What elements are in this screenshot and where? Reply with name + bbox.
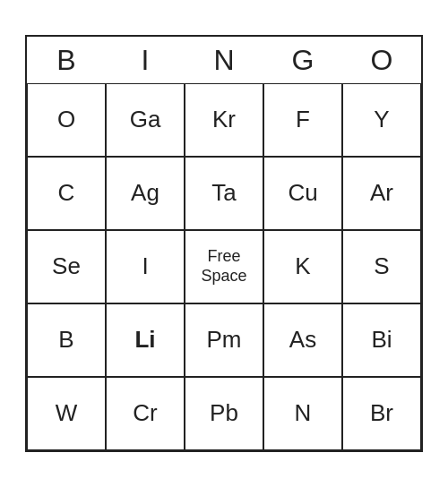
bingo-cell-2-3: K: [263, 230, 342, 303]
header-letter-N: N: [185, 37, 263, 83]
bingo-cell-2-2: FreeSpace: [185, 230, 263, 303]
bingo-cell-0-2: Kr: [185, 83, 263, 157]
bingo-card: BINGO OGaKrFYCAgTaCuArSeIFreeSpaceKSBLiP…: [25, 35, 423, 452]
bingo-cell-3-1: Li: [106, 303, 185, 377]
bingo-cell-0-1: Ga: [106, 83, 185, 157]
bingo-cell-1-2: Ta: [185, 157, 263, 230]
bingo-cell-3-4: Bi: [342, 303, 421, 377]
bingo-cell-3-2: Pm: [185, 303, 263, 377]
bingo-cell-1-3: Cu: [263, 157, 342, 230]
bingo-row-3: BLiPmAsBi: [27, 303, 421, 377]
bingo-grid: OGaKrFYCAgTaCuArSeIFreeSpaceKSBLiPmAsBiW…: [27, 83, 421, 450]
bingo-row-4: WCrPbNBr: [27, 377, 421, 450]
bingo-cell-2-1: I: [106, 230, 185, 303]
header-letter-B: B: [27, 37, 106, 83]
bingo-cell-1-1: Ag: [106, 157, 185, 230]
bingo-row-2: SeIFreeSpaceKS: [27, 230, 421, 303]
bingo-cell-4-1: Cr: [106, 377, 185, 450]
bingo-header: BINGO: [27, 37, 421, 83]
bingo-row-1: CAgTaCuAr: [27, 157, 421, 230]
header-letter-I: I: [106, 37, 185, 83]
bingo-cell-2-0: Se: [27, 230, 106, 303]
bingo-cell-4-0: W: [27, 377, 106, 450]
bingo-row-0: OGaKrFY: [27, 83, 421, 157]
bingo-cell-2-4: S: [342, 230, 421, 303]
bingo-cell-3-3: As: [263, 303, 342, 377]
bingo-cell-3-0: B: [27, 303, 106, 377]
bingo-cell-0-3: F: [263, 83, 342, 157]
bingo-cell-1-0: C: [27, 157, 106, 230]
bingo-cell-0-4: Y: [342, 83, 421, 157]
header-letter-O: O: [342, 37, 421, 83]
bingo-cell-4-3: N: [263, 377, 342, 450]
header-letter-G: G: [263, 37, 342, 83]
bingo-cell-4-4: Br: [342, 377, 421, 450]
bingo-cell-0-0: O: [27, 83, 106, 157]
bingo-cell-4-2: Pb: [185, 377, 263, 450]
bingo-cell-1-4: Ar: [342, 157, 421, 230]
